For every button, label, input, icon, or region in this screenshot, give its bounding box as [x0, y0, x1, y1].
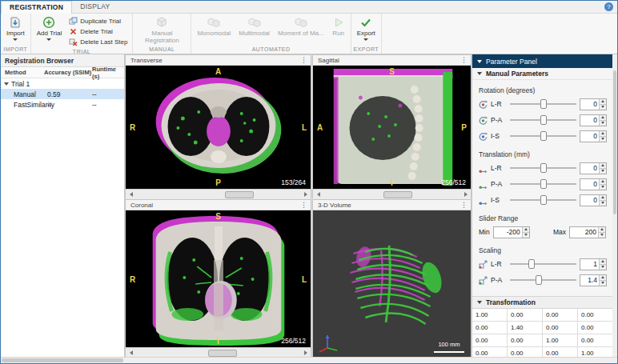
- matrix-cell[interactable]: 0.00: [578, 322, 612, 334]
- slider-right-arrow[interactable]: [300, 190, 311, 200]
- rotation-pa-slider[interactable]: [510, 114, 576, 126]
- slider-thumb[interactable]: [528, 259, 535, 269]
- scaling-lr-slider[interactable]: [510, 258, 576, 270]
- parameter-panel-scrollbar[interactable]: [612, 54, 617, 357]
- matrix-cell[interactable]: 1.00: [472, 309, 508, 322]
- kebab-menu-icon[interactable]: ⋮: [300, 201, 307, 209]
- rotation-is-slider[interactable]: [510, 130, 576, 142]
- tab-display[interactable]: DISPLAY: [72, 1, 118, 14]
- slider-track[interactable]: [136, 190, 300, 200]
- run-button[interactable]: Run: [329, 15, 348, 38]
- trial-group-row[interactable]: Trial 1: [1, 78, 124, 89]
- kebab-menu-icon[interactable]: ⋮: [460, 56, 468, 64]
- matrix-cell[interactable]: 1.40: [508, 322, 543, 334]
- slider-right-arrow[interactable]: [460, 190, 471, 200]
- spin-down-button[interactable]: [600, 168, 606, 174]
- browser-row-fastsimilarity[interactable]: FastSimilarity -- --: [1, 99, 124, 110]
- matrix-cell[interactable]: 0.00: [472, 322, 508, 334]
- rotation-lr-input[interactable]: [580, 99, 599, 110]
- browser-row-manual[interactable]: Manual 0.59 --: [1, 89, 124, 99]
- rotation-pa-input[interactable]: [580, 115, 599, 126]
- rotation-lr-slider[interactable]: [510, 98, 576, 110]
- slider-left-arrow[interactable]: [313, 190, 323, 200]
- slider-thumb[interactable]: [540, 131, 547, 141]
- sagittal-slice-image[interactable]: S A P I 256/512: [313, 66, 471, 189]
- delete-last-step-icon: [69, 38, 78, 46]
- tab-registration[interactable]: REGISTRATION: [1, 1, 72, 14]
- translation-lr-input[interactable]: [580, 163, 599, 174]
- matrix-cell[interactable]: 0.00: [508, 309, 543, 322]
- matrix-cell[interactable]: 1.00: [578, 347, 612, 357]
- column-runtime[interactable]: Runtime (s): [92, 66, 124, 80]
- parameter-panel-header[interactable]: Parameter Panel: [472, 54, 612, 68]
- scaling-lr-input[interactable]: [580, 259, 599, 270]
- column-accuracy[interactable]: Accuracy (SSIM): [44, 69, 92, 76]
- spin-down-button[interactable]: [600, 120, 606, 126]
- translation-lr-slider[interactable]: [510, 162, 576, 174]
- matrix-cell[interactable]: 0.00: [472, 347, 508, 357]
- delete-trial-button[interactable]: Delete Trial: [66, 26, 130, 37]
- monomodal-button[interactable]: Monomodal: [194, 15, 234, 38]
- slider-thumb[interactable]: [540, 163, 547, 173]
- matrix-cell[interactable]: 0.00: [508, 334, 543, 347]
- spin-down-button[interactable]: [523, 232, 529, 238]
- slice-slider[interactable]: [313, 189, 471, 199]
- translation-is-input[interactable]: [580, 195, 599, 206]
- slider-track[interactable]: [323, 190, 460, 200]
- duplicate-trial-button[interactable]: Duplicate Trial: [66, 16, 130, 26]
- help-button[interactable]: ?: [604, 2, 613, 11]
- delete-last-step-button[interactable]: Delete Last Step: [66, 37, 130, 47]
- spin-down-button[interactable]: [600, 104, 606, 110]
- matrix-cell[interactable]: 0.00: [578, 334, 612, 347]
- column-method[interactable]: Method: [1, 69, 44, 76]
- matrix-cell[interactable]: 0.00: [578, 309, 612, 322]
- slider-left-arrow[interactable]: [126, 190, 136, 200]
- kebab-menu-icon[interactable]: ⋮: [300, 56, 307, 64]
- slider-thumb[interactable]: [540, 179, 547, 189]
- import-button[interactable]: Import: [3, 15, 28, 42]
- manual-parameters-header[interactable]: Manual Parameters: [472, 68, 612, 80]
- ribbon-section-label-export: EXPORT: [351, 45, 381, 54]
- spin-down-button[interactable]: [600, 184, 606, 190]
- export-button[interactable]: Export: [354, 15, 379, 42]
- translation-pa-input[interactable]: [580, 179, 599, 190]
- matrix-cell[interactable]: 0.00: [543, 309, 578, 322]
- slider-thumb[interactable]: [540, 195, 547, 205]
- slider-thumb[interactable]: [225, 191, 254, 198]
- add-trial-button[interactable]: Add Trial: [34, 15, 66, 42]
- matrix-cell[interactable]: 0.00: [543, 322, 578, 334]
- slider-thumb[interactable]: [383, 191, 412, 198]
- transformation-header[interactable]: Transformation: [472, 296, 612, 309]
- slider-thumb[interactable]: [540, 99, 547, 109]
- transverse-slice-image[interactable]: A R L P 153/264: [126, 66, 311, 189]
- spin-down-button[interactable]: [600, 280, 606, 286]
- slider-thumb[interactable]: [540, 115, 547, 125]
- bottom-scrollbar[interactable]: [1, 357, 617, 363]
- slider-thumb[interactable]: [536, 275, 542, 285]
- matrix-cell[interactable]: 1.00: [543, 334, 578, 347]
- slider-thumb[interactable]: [208, 350, 237, 357]
- spin-down-button[interactable]: [600, 200, 606, 206]
- scrollbar-thumb[interactable]: [613, 70, 616, 214]
- max-input[interactable]: [570, 227, 598, 238]
- kebab-menu-icon[interactable]: ⋮: [460, 201, 468, 209]
- multimodal-button[interactable]: Multimodal: [235, 15, 273, 38]
- moment-of-mass-button[interactable]: Moment of Ma...: [275, 15, 327, 38]
- translation-is-slider[interactable]: [510, 194, 576, 206]
- matrix-cell[interactable]: 0.00: [508, 347, 543, 357]
- spin-down-button[interactable]: [600, 264, 606, 270]
- slice-slider[interactable]: [126, 189, 311, 199]
- scaling-pa-input[interactable]: [580, 275, 599, 286]
- coronal-slice-image[interactable]: S R L I 256/512: [126, 210, 311, 347]
- min-input[interactable]: [494, 227, 522, 238]
- scrollbar-thumb[interactable]: [2, 358, 123, 362]
- matrix-cell[interactable]: 0.00: [543, 347, 578, 357]
- spin-down-button[interactable]: [599, 232, 605, 238]
- manual-registration-button[interactable]: Manual Registration: [135, 15, 188, 45]
- spin-down-button[interactable]: [600, 136, 606, 142]
- rotation-is-input[interactable]: [580, 131, 599, 142]
- volume-render-image[interactable]: 100 mm: [313, 210, 471, 358]
- matrix-cell[interactable]: 0.00: [472, 334, 508, 347]
- scaling-pa-slider[interactable]: [510, 274, 576, 286]
- translation-pa-slider[interactable]: [510, 178, 576, 190]
